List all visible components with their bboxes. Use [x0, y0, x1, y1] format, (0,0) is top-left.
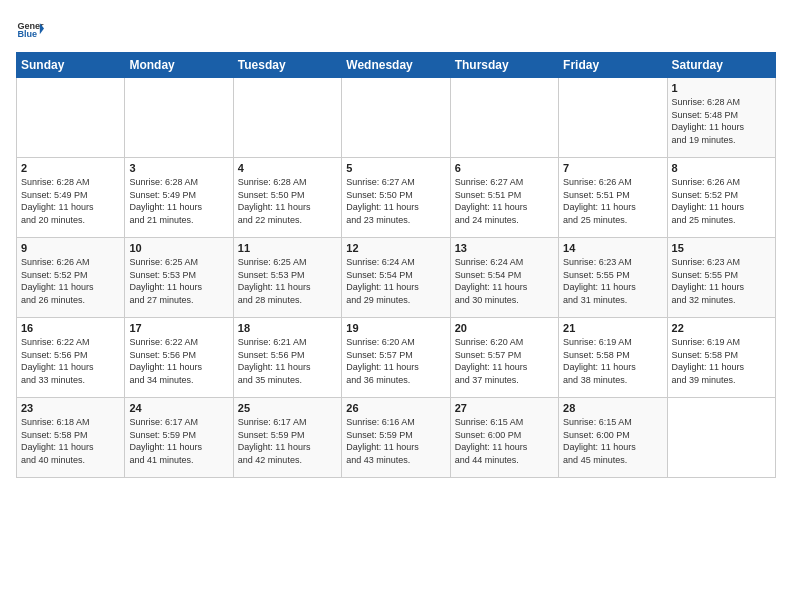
calendar-cell: 17Sunrise: 6:22 AM Sunset: 5:56 PM Dayli… — [125, 318, 233, 398]
day-info: Sunrise: 6:25 AM Sunset: 5:53 PM Dayligh… — [129, 256, 228, 306]
day-header-friday: Friday — [559, 53, 667, 78]
day-number: 2 — [21, 162, 120, 174]
day-info: Sunrise: 6:20 AM Sunset: 5:57 PM Dayligh… — [346, 336, 445, 386]
calendar-cell: 20Sunrise: 6:20 AM Sunset: 5:57 PM Dayli… — [450, 318, 558, 398]
day-header-tuesday: Tuesday — [233, 53, 341, 78]
day-info: Sunrise: 6:26 AM Sunset: 5:51 PM Dayligh… — [563, 176, 662, 226]
day-info: Sunrise: 6:23 AM Sunset: 5:55 PM Dayligh… — [563, 256, 662, 306]
calendar-cell: 10Sunrise: 6:25 AM Sunset: 5:53 PM Dayli… — [125, 238, 233, 318]
day-number: 4 — [238, 162, 337, 174]
calendar-cell — [17, 78, 125, 158]
calendar-week-2: 2Sunrise: 6:28 AM Sunset: 5:49 PM Daylig… — [17, 158, 776, 238]
calendar-cell: 24Sunrise: 6:17 AM Sunset: 5:59 PM Dayli… — [125, 398, 233, 478]
day-number: 6 — [455, 162, 554, 174]
day-header-wednesday: Wednesday — [342, 53, 450, 78]
day-info: Sunrise: 6:22 AM Sunset: 5:56 PM Dayligh… — [21, 336, 120, 386]
calendar-cell: 3Sunrise: 6:28 AM Sunset: 5:49 PM Daylig… — [125, 158, 233, 238]
calendar-cell: 13Sunrise: 6:24 AM Sunset: 5:54 PM Dayli… — [450, 238, 558, 318]
day-number: 23 — [21, 402, 120, 414]
day-info: Sunrise: 6:22 AM Sunset: 5:56 PM Dayligh… — [129, 336, 228, 386]
page-header: General Blue — [16, 16, 776, 44]
day-number: 22 — [672, 322, 771, 334]
day-info: Sunrise: 6:24 AM Sunset: 5:54 PM Dayligh… — [346, 256, 445, 306]
day-header-thursday: Thursday — [450, 53, 558, 78]
day-info: Sunrise: 6:15 AM Sunset: 6:00 PM Dayligh… — [455, 416, 554, 466]
svg-text:Blue: Blue — [17, 29, 37, 39]
calendar-cell — [559, 78, 667, 158]
calendar-week-3: 9Sunrise: 6:26 AM Sunset: 5:52 PM Daylig… — [17, 238, 776, 318]
calendar-cell: 5Sunrise: 6:27 AM Sunset: 5:50 PM Daylig… — [342, 158, 450, 238]
day-number: 9 — [21, 242, 120, 254]
calendar-cell: 19Sunrise: 6:20 AM Sunset: 5:57 PM Dayli… — [342, 318, 450, 398]
day-number: 5 — [346, 162, 445, 174]
day-number: 15 — [672, 242, 771, 254]
day-number: 10 — [129, 242, 228, 254]
day-number: 7 — [563, 162, 662, 174]
calendar-cell: 25Sunrise: 6:17 AM Sunset: 5:59 PM Dayli… — [233, 398, 341, 478]
day-info: Sunrise: 6:27 AM Sunset: 5:51 PM Dayligh… — [455, 176, 554, 226]
calendar-cell: 6Sunrise: 6:27 AM Sunset: 5:51 PM Daylig… — [450, 158, 558, 238]
day-info: Sunrise: 6:25 AM Sunset: 5:53 PM Dayligh… — [238, 256, 337, 306]
day-info: Sunrise: 6:19 AM Sunset: 5:58 PM Dayligh… — [672, 336, 771, 386]
day-info: Sunrise: 6:15 AM Sunset: 6:00 PM Dayligh… — [563, 416, 662, 466]
logo-icon: General Blue — [16, 16, 44, 44]
day-info: Sunrise: 6:28 AM Sunset: 5:48 PM Dayligh… — [672, 96, 771, 146]
day-header-monday: Monday — [125, 53, 233, 78]
day-info: Sunrise: 6:28 AM Sunset: 5:50 PM Dayligh… — [238, 176, 337, 226]
day-header-sunday: Sunday — [17, 53, 125, 78]
day-info: Sunrise: 6:17 AM Sunset: 5:59 PM Dayligh… — [129, 416, 228, 466]
day-number: 20 — [455, 322, 554, 334]
calendar-week-5: 23Sunrise: 6:18 AM Sunset: 5:58 PM Dayli… — [17, 398, 776, 478]
day-number: 17 — [129, 322, 228, 334]
calendar-cell: 11Sunrise: 6:25 AM Sunset: 5:53 PM Dayli… — [233, 238, 341, 318]
day-number: 24 — [129, 402, 228, 414]
day-number: 13 — [455, 242, 554, 254]
day-number: 27 — [455, 402, 554, 414]
calendar-cell — [125, 78, 233, 158]
day-number: 16 — [21, 322, 120, 334]
calendar-cell — [233, 78, 341, 158]
day-number: 18 — [238, 322, 337, 334]
calendar-cell: 23Sunrise: 6:18 AM Sunset: 5:58 PM Dayli… — [17, 398, 125, 478]
calendar-cell — [342, 78, 450, 158]
day-info: Sunrise: 6:28 AM Sunset: 5:49 PM Dayligh… — [129, 176, 228, 226]
day-number: 3 — [129, 162, 228, 174]
day-number: 11 — [238, 242, 337, 254]
day-info: Sunrise: 6:20 AM Sunset: 5:57 PM Dayligh… — [455, 336, 554, 386]
calendar-cell: 15Sunrise: 6:23 AM Sunset: 5:55 PM Dayli… — [667, 238, 775, 318]
calendar-cell: 28Sunrise: 6:15 AM Sunset: 6:00 PM Dayli… — [559, 398, 667, 478]
day-info: Sunrise: 6:19 AM Sunset: 5:58 PM Dayligh… — [563, 336, 662, 386]
day-info: Sunrise: 6:21 AM Sunset: 5:56 PM Dayligh… — [238, 336, 337, 386]
day-info: Sunrise: 6:17 AM Sunset: 5:59 PM Dayligh… — [238, 416, 337, 466]
calendar-header-row: SundayMondayTuesdayWednesdayThursdayFrid… — [17, 53, 776, 78]
day-info: Sunrise: 6:16 AM Sunset: 5:59 PM Dayligh… — [346, 416, 445, 466]
day-info: Sunrise: 6:24 AM Sunset: 5:54 PM Dayligh… — [455, 256, 554, 306]
calendar-cell: 4Sunrise: 6:28 AM Sunset: 5:50 PM Daylig… — [233, 158, 341, 238]
calendar-cell: 7Sunrise: 6:26 AM Sunset: 5:51 PM Daylig… — [559, 158, 667, 238]
day-info: Sunrise: 6:18 AM Sunset: 5:58 PM Dayligh… — [21, 416, 120, 466]
day-info: Sunrise: 6:28 AM Sunset: 5:49 PM Dayligh… — [21, 176, 120, 226]
day-number: 26 — [346, 402, 445, 414]
calendar-cell: 27Sunrise: 6:15 AM Sunset: 6:00 PM Dayli… — [450, 398, 558, 478]
calendar-cell: 8Sunrise: 6:26 AM Sunset: 5:52 PM Daylig… — [667, 158, 775, 238]
day-number: 25 — [238, 402, 337, 414]
calendar-week-4: 16Sunrise: 6:22 AM Sunset: 5:56 PM Dayli… — [17, 318, 776, 398]
calendar-cell: 14Sunrise: 6:23 AM Sunset: 5:55 PM Dayli… — [559, 238, 667, 318]
day-number: 1 — [672, 82, 771, 94]
logo: General Blue — [16, 16, 44, 44]
calendar-week-1: 1Sunrise: 6:28 AM Sunset: 5:48 PM Daylig… — [17, 78, 776, 158]
day-number: 19 — [346, 322, 445, 334]
calendar-cell: 9Sunrise: 6:26 AM Sunset: 5:52 PM Daylig… — [17, 238, 125, 318]
calendar-cell: 22Sunrise: 6:19 AM Sunset: 5:58 PM Dayli… — [667, 318, 775, 398]
day-number: 12 — [346, 242, 445, 254]
calendar-cell: 16Sunrise: 6:22 AM Sunset: 5:56 PM Dayli… — [17, 318, 125, 398]
day-info: Sunrise: 6:26 AM Sunset: 5:52 PM Dayligh… — [21, 256, 120, 306]
day-number: 21 — [563, 322, 662, 334]
day-header-saturday: Saturday — [667, 53, 775, 78]
day-info: Sunrise: 6:26 AM Sunset: 5:52 PM Dayligh… — [672, 176, 771, 226]
calendar-cell — [667, 398, 775, 478]
calendar-cell: 2Sunrise: 6:28 AM Sunset: 5:49 PM Daylig… — [17, 158, 125, 238]
calendar-cell: 26Sunrise: 6:16 AM Sunset: 5:59 PM Dayli… — [342, 398, 450, 478]
day-number: 28 — [563, 402, 662, 414]
day-info: Sunrise: 6:27 AM Sunset: 5:50 PM Dayligh… — [346, 176, 445, 226]
